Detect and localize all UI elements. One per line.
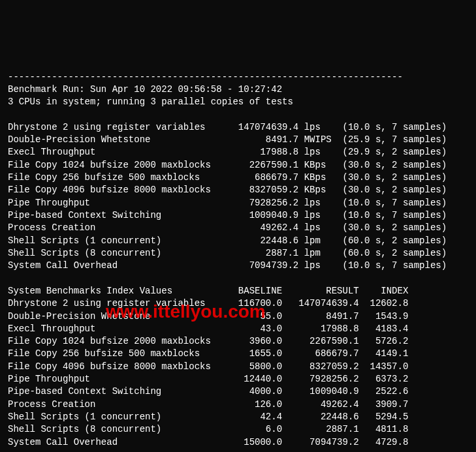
index-divider: ======== <box>8 449 419 452</box>
index-table-rows: Dhrystone 2 using register variables 116… <box>8 298 408 447</box>
raw-results-block: Dhrystone 2 using register variables 147… <box>8 122 447 271</box>
benchmark-cpu-header: 3 CPUs in system; running 3 parallel cop… <box>8 97 293 107</box>
divider: ----------------------------------------… <box>8 72 403 82</box>
index-table-header: System Benchmarks Index Values BASELINE … <box>8 286 408 296</box>
benchmark-run-header: Benchmark Run: Sun Apr 10 2022 09:56:58 … <box>8 84 282 95</box>
terminal-output: ----------------------------------------… <box>8 58 468 452</box>
